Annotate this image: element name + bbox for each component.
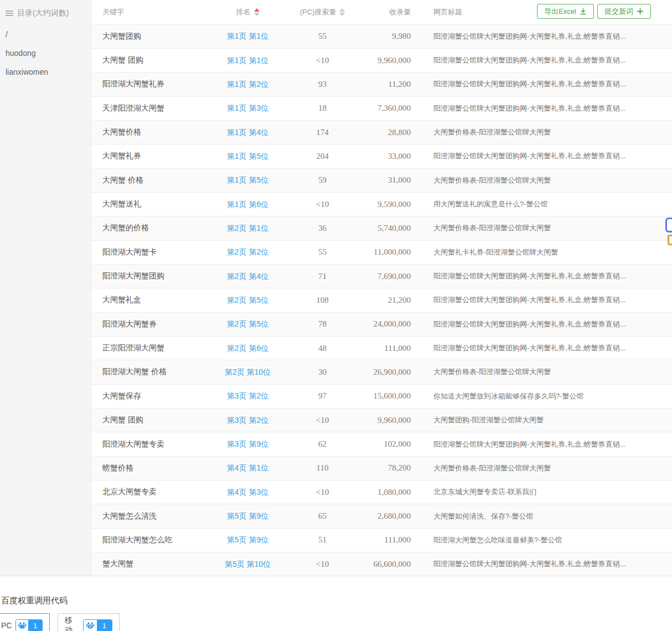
- rank-link[interactable]: 第5页 第9位: [227, 535, 268, 544]
- rank-link[interactable]: 第2页 第1位: [227, 224, 268, 232]
- keyword-cell: 大闸蟹送礼: [91, 192, 221, 216]
- rank-link[interactable]: 第2页 第4位: [227, 272, 268, 281]
- page-title-cell: 阳澄湖蟹公馆牌大闸蟹团购网-大闸蟹礼券,礼盒,螃蟹券直销...: [418, 552, 672, 576]
- page-title-cell: 北京东城大闸蟹专卖店-联系我们: [418, 480, 672, 504]
- rank-cell: 第2页 第5位: [221, 312, 274, 336]
- header-search-volume-sort[interactable]: (PC)搜索量: [274, 0, 371, 24]
- search-volume-cell: 71: [274, 264, 371, 288]
- keyword-cell: 大闸蟹团购: [91, 24, 221, 48]
- rank-link[interactable]: 第1页 第2位: [227, 80, 268, 89]
- rank-link[interactable]: 第1页 第5位: [227, 152, 268, 161]
- search-volume-cell: 36: [274, 216, 371, 240]
- keyword-cell: 正宗阳澄湖大闸蟹: [91, 336, 221, 360]
- sort-arrows-icon[interactable]: [254, 8, 260, 16]
- pc-weight-badge[interactable]: PC 1: [0, 613, 50, 631]
- toolbar: 导出Excel 提交新词: [537, 4, 651, 19]
- keyword-cell: 阳澄湖大闸蟹怎么吃: [91, 528, 221, 552]
- rank-cell: 第5页 第9位: [221, 504, 274, 528]
- index-count-cell: 78,200: [371, 456, 418, 480]
- index-count-cell: 1,080,000: [371, 480, 418, 504]
- rank-cell: 第1页 第1位: [221, 24, 274, 48]
- rank-link[interactable]: 第3页 第2位: [227, 391, 268, 400]
- rank-cell: 第2页 第4位: [221, 264, 274, 288]
- submit-new-words-button[interactable]: 提交新词: [597, 4, 651, 19]
- rank-link[interactable]: 第5页 第9位: [227, 511, 268, 520]
- download-icon: [580, 8, 587, 15]
- plus-icon: [637, 8, 644, 15]
- page-title-cell: 大闸蟹价格表-阳澄湖蟹公馆牌大闸蟹: [418, 168, 672, 192]
- rank-link[interactable]: 第5页 第10位: [225, 560, 271, 568]
- table-row: 北京大闸蟹专卖 第4页 第3位 <10 1,080,000 北京东城大闸蟹专卖店…: [91, 480, 672, 504]
- rank-cell: 第2页 第10位: [221, 360, 274, 384]
- index-count-cell: 9,960,000: [371, 48, 418, 72]
- rank-cell: 第2页 第2位: [221, 240, 274, 264]
- rank-link[interactable]: 第1页 第1位: [227, 32, 268, 40]
- keyword-rank-page: 目录(大约词数) / huodong lianxiwomen 关键字 排名 (P…: [0, 0, 672, 631]
- page-title-cell: 大闸蟹价格表-阳澄湖蟹公馆牌大闸蟹: [418, 216, 672, 240]
- index-count-cell: 7,690,000: [371, 264, 418, 288]
- rank-link[interactable]: 第3页 第9位: [227, 439, 268, 448]
- page-title-cell: 阳澄湖大闸蟹怎么吃味道最鲜美?-蟹公馆: [418, 528, 672, 552]
- rank-link[interactable]: 第1页 第6位: [227, 200, 268, 209]
- page-title-cell: 用大闸蟹送礼的寓意是什么?-蟹公馆: [418, 192, 672, 216]
- page-title-cell: 阳澄湖蟹公馆牌大闸蟹团购网-大闸蟹礼券,礼盒,螃蟹券直销...: [418, 48, 672, 72]
- rank-link[interactable]: 第1页 第4位: [227, 128, 268, 137]
- table-row: 大闸蟹保存 第3页 第2位 97 15,600,000 你知道大闸蟹放到冰箱能够…: [91, 384, 672, 408]
- floating-side-widget[interactable]: [664, 218, 672, 250]
- search-volume-cell: 110: [274, 456, 371, 480]
- sort-arrows-icon[interactable]: [339, 8, 345, 16]
- search-volume-cell: 55: [274, 24, 371, 48]
- table-row: 大闸蟹 团购 第1页 第1位 <10 9,960,000 阳澄湖蟹公馆牌大闸蟹团…: [91, 48, 672, 72]
- sidebar-title: 目录(大约词数): [0, 0, 91, 25]
- rank-link[interactable]: 第2页 第5位: [227, 319, 268, 328]
- rank-link[interactable]: 第2页 第2位: [227, 247, 268, 256]
- index-count-cell: 28,800: [371, 120, 418, 144]
- search-volume-cell: 204: [274, 144, 371, 168]
- index-count-cell: 31,000: [371, 168, 418, 192]
- table-row: 大闸蟹礼券 第1页 第5位 204 33,000 阳澄湖蟹公馆牌大闸蟹团购网-大…: [91, 144, 672, 168]
- sidebar-title-label: 目录(大约词数): [17, 8, 69, 18]
- rank-link[interactable]: 第1页 第1位: [227, 56, 268, 65]
- mobile-weight-badge[interactable]: 移动 M 1: [58, 613, 120, 631]
- page-title-cell: 阳澄湖蟹公馆牌大闸蟹团购网-大闸蟹礼券,礼盒,螃蟹券直销...: [418, 312, 672, 336]
- page-title-cell: 大闸蟹价格表-阳澄湖蟹公馆牌大闸蟹: [418, 360, 672, 384]
- rank-link[interactable]: 第1页 第3位: [227, 104, 268, 112]
- pc-badge-label: PC: [1, 621, 12, 630]
- table-body: 大闸蟹团购 第1页 第1位 55 9,980 阳澄湖蟹公馆牌大闸蟹团购网-大闸蟹…: [91, 24, 672, 576]
- rank-link[interactable]: 第3页 第2位: [227, 416, 268, 425]
- rank-cell: 第1页 第5位: [221, 144, 274, 168]
- index-count-cell: 9,590,000: [371, 192, 418, 216]
- rank-cell: 第1页 第2位: [221, 73, 274, 96]
- rank-link[interactable]: 第1页 第5位: [227, 175, 268, 184]
- keyword-cell: 阳澄湖大闸蟹券: [91, 312, 221, 336]
- rank-link[interactable]: 第2页 第6位: [227, 344, 268, 353]
- keyword-cell: 大闸蟹价格: [91, 120, 221, 144]
- table-bottom-divider: [91, 576, 672, 576]
- sidebar-item-huodong[interactable]: huodong: [0, 44, 91, 63]
- svg-text:M: M: [89, 625, 91, 628]
- rank-link[interactable]: 第2页 第10位: [225, 368, 271, 376]
- keyword-cell: 螃蟹价格: [91, 456, 221, 480]
- rank-cell: 第2页 第1位: [221, 216, 274, 240]
- rank-link[interactable]: 第4页 第1位: [227, 463, 268, 472]
- rank-link[interactable]: 第2页 第5位: [227, 296, 268, 304]
- table-row: 阳澄湖大闸蟹券 第2页 第5位 78 24,000,000 阳澄湖蟹公馆牌大闸蟹…: [91, 312, 672, 336]
- list-menu-icon: [6, 9, 13, 17]
- search-volume-cell: 30: [274, 360, 371, 384]
- sidebar-item-root[interactable]: /: [0, 25, 91, 44]
- rank-cell: 第5页 第10位: [221, 552, 274, 576]
- table-row: 大闸蟹 团购 第3页 第2位 <10 9,960,000 大闸蟹团购-阳澄湖蟹公…: [91, 408, 672, 432]
- rank-link[interactable]: 第4页 第3位: [227, 488, 268, 496]
- search-volume-cell: 18: [274, 96, 371, 120]
- sidebar-item-lianxiwomen[interactable]: lianxiwomen: [0, 63, 91, 81]
- export-excel-button[interactable]: 导出Excel: [537, 4, 594, 19]
- index-count-cell: 26,900,000: [371, 360, 418, 384]
- rank-cell: 第2页 第6位: [221, 336, 274, 360]
- header-rank-sort[interactable]: 排名: [221, 0, 274, 24]
- mobile-weight-value: 1: [97, 620, 112, 631]
- floating-widget-gold-icon: [668, 235, 672, 245]
- keyword-cell: 大闸蟹怎么清洗: [91, 504, 221, 528]
- rank-cell: 第1页 第4位: [221, 120, 274, 144]
- index-count-cell: 111,000: [371, 336, 418, 360]
- table-row: 大闸蟹的价格 第2页 第1位 36 5,740,000 大闸蟹价格表-阳澄湖蟹公…: [91, 216, 672, 240]
